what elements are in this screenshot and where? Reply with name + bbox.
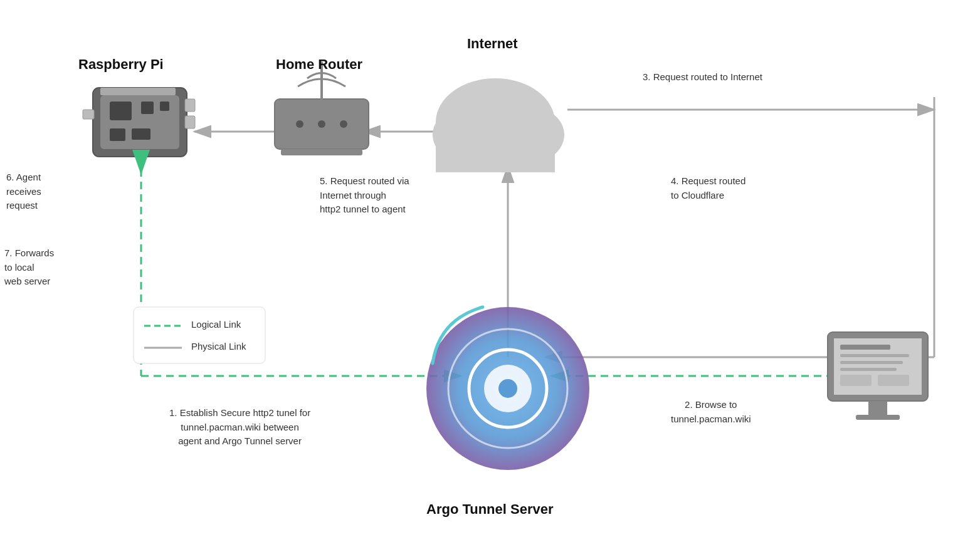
svg-rect-35 [436,141,555,172]
raspberry-pi-label: Raspberry Pi [78,55,164,75]
svg-rect-46 [840,361,903,364]
svg-rect-22 [185,116,195,128]
svg-rect-44 [840,345,890,350]
svg-rect-19 [132,128,150,140]
legend-logical-label: Logical Link [191,318,241,331]
svg-rect-47 [840,368,897,371]
svg-rect-17 [160,102,169,111]
diagram: Raspberry Pi Home Router Internet Argo T… [0,0,980,537]
svg-rect-15 [110,102,132,120]
argo-tunnel-label: Argo Tunnel Server [426,500,554,519]
step2-label: 2. Browse totunnel.pacman.wiki [671,398,751,426]
svg-rect-49 [878,375,909,386]
svg-rect-45 [840,354,909,357]
svg-rect-21 [185,99,195,112]
svg-rect-18 [110,128,125,141]
svg-rect-51 [856,415,900,420]
svg-point-41 [498,379,517,398]
step1-label: 1. Establish Secure http2 tunel fortunne… [169,406,310,449]
svg-rect-16 [141,102,154,114]
step7-label: 7. Forwardsto localweb server [4,246,54,289]
svg-rect-30 [281,149,362,155]
svg-point-27 [318,120,325,128]
step6-label: 6. Agentreceivesrequest [6,170,41,213]
svg-rect-50 [868,401,887,417]
svg-point-28 [340,120,347,128]
step5-label: 5. Request routed viaInternet throughhtt… [320,174,409,217]
home-router-label: Home Router [276,55,362,75]
svg-rect-48 [840,375,872,386]
svg-rect-52 [134,307,265,363]
step3-label: 3. Request routed to Internet [643,70,762,83]
svg-point-26 [296,120,303,128]
step4-label: 4. Request routedto Cloudflare [671,174,746,202]
internet-label: Internet [467,34,518,54]
svg-rect-23 [83,110,94,119]
svg-rect-20 [100,88,176,95]
legend-physical-label: Physical Link [191,340,246,353]
